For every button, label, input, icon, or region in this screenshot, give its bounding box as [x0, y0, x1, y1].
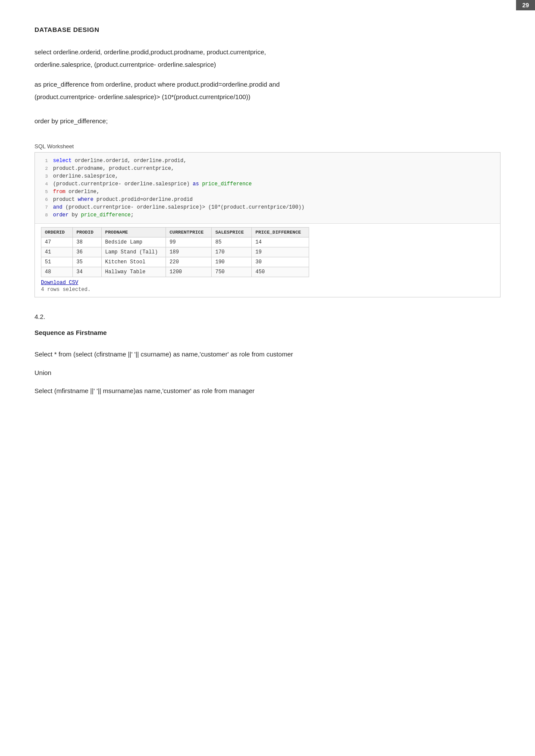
results-area: ORDERID PRODID PRODNAME CURRENTPRICE SAL…	[35, 224, 500, 297]
select-manager-text: Select (mfirstname ||' '|| msurname)as n…	[34, 385, 501, 397]
cell-salesprice: 85	[212, 237, 252, 247]
col-orderid: ORDERID	[41, 227, 73, 237]
code-content-5: from orderline,	[53, 188, 100, 196]
col-price-diff: PRICE_DIFFERENCE	[252, 227, 309, 237]
sql-line-2: orderline.salesprice, (product.currentpr…	[34, 59, 501, 71]
code-content-1: select orderline.orderid, orderline.prod…	[53, 157, 187, 165]
cell-prodid: 34	[73, 267, 102, 277]
code-content-3: orderline.salesprice,	[53, 172, 118, 180]
cell-salesprice: 170	[212, 247, 252, 257]
code-line-4: 4 (product.currentprice- orderline.sales…	[38, 180, 494, 188]
line-number-4: 4	[38, 181, 48, 188]
col-salesprice: SALESPRICE	[212, 227, 252, 237]
section-title: DATABASE DESIGN	[34, 26, 501, 33]
subsection-heading: Sequence as Firstname	[34, 329, 501, 336]
table-row: 41 36 Lamp Stand (Tall) 189 170 19	[41, 247, 309, 257]
line-number-5: 5	[38, 188, 48, 196]
cell-pricediff: 14	[252, 237, 309, 247]
cell-prodid: 35	[73, 257, 102, 267]
download-csv-link[interactable]: Download CSV	[41, 280, 500, 286]
cell-prodname: Bedside Lamp	[101, 237, 166, 247]
sql-line-4: (product.currentprice- orderline.salespr…	[34, 91, 501, 103]
cell-orderid: 48	[41, 267, 73, 277]
cell-prodname: Lamp Stand (Tall)	[101, 247, 166, 257]
cell-pricediff: 30	[252, 257, 309, 267]
sql-code-area[interactable]: 1 select orderline.orderid, orderline.pr…	[35, 153, 500, 224]
code-content-7: and (product.currentprice- orderline.sal…	[53, 203, 304, 211]
rows-selected-count: 4 rows selected.	[41, 287, 500, 293]
page-number: 29	[516, 0, 535, 10]
cell-orderid: 41	[41, 247, 73, 257]
union-keyword: Union	[34, 369, 501, 376]
sql-query-text-2: as price_difference from orderline, prod…	[34, 78, 501, 103]
subsection-number: 4.2.	[34, 313, 501, 320]
cell-pricediff: 450	[252, 267, 309, 277]
sql-worksheet-box[interactable]: 1 select orderline.orderid, orderline.pr…	[34, 152, 501, 297]
line-number-8: 8	[38, 212, 48, 219]
code-content-4: (product.currentprice- orderline.salespr…	[53, 180, 252, 188]
cell-currentprice: 1200	[166, 267, 212, 277]
table-header-row: ORDERID PRODID PRODNAME CURRENTPRICE SAL…	[41, 227, 309, 237]
code-line-2: 2 product.prodname, product.currentprice…	[38, 165, 494, 172]
code-content-8: order by price_difference;	[53, 211, 134, 219]
cell-prodid: 38	[73, 237, 102, 247]
table-row: 51 35 Kitchen Stool 220 190 30	[41, 257, 309, 267]
cell-currentprice: 220	[166, 257, 212, 267]
line-number-7: 7	[38, 204, 48, 211]
cell-prodname: Kitchen Stool	[101, 257, 166, 267]
cell-salesprice: 190	[212, 257, 252, 267]
cell-pricediff: 19	[252, 247, 309, 257]
code-content-2: product.prodname, product.currentprice,	[53, 165, 174, 172]
order-by-text: order by price_difference;	[34, 115, 501, 128]
code-line-3: 3 orderline.salesprice,	[38, 172, 494, 180]
sql-line-1: select orderline.orderid, orderline.prod…	[34, 46, 501, 59]
sql-worksheet: SQL Worksheet 1 select orderline.orderid…	[34, 143, 501, 297]
cell-prodname: Hallway Table	[101, 267, 166, 277]
code-line-8: 8 order by price_difference;	[38, 211, 494, 219]
line-number-1: 1	[38, 157, 48, 165]
cell-prodid: 36	[73, 247, 102, 257]
table-row: 48 34 Hallway Table 1200 750 450	[41, 267, 309, 277]
code-line-6: 6 product where product.prodid=orderline…	[38, 196, 494, 203]
cell-orderid: 51	[41, 257, 73, 267]
code-line-1: 1 select orderline.orderid, orderline.pr…	[38, 157, 494, 165]
table-row: 47 38 Bedside Lamp 99 85 14	[41, 237, 309, 247]
code-line-5: 5 from orderline,	[38, 188, 494, 196]
col-currentprice: CURRENTPRICE	[166, 227, 212, 237]
cell-salesprice: 750	[212, 267, 252, 277]
sql-worksheet-label: SQL Worksheet	[34, 143, 501, 150]
code-content-6: product where product.prodid=orderline.p…	[53, 196, 193, 203]
cell-currentprice: 189	[166, 247, 212, 257]
select-from-text: Select * from (select (cfirstname ||' '|…	[34, 348, 501, 361]
sql-line-3: as price_difference from orderline, prod…	[34, 78, 501, 91]
col-prodid: PRODID	[73, 227, 102, 237]
code-line-7: 7 and (product.currentprice- orderline.s…	[38, 203, 494, 211]
results-table: ORDERID PRODID PRODNAME CURRENTPRICE SAL…	[41, 227, 309, 277]
line-number-6: 6	[38, 196, 48, 203]
col-prodname: PRODNAME	[101, 227, 166, 237]
cell-currentprice: 99	[166, 237, 212, 247]
sql-query-text: select orderline.orderid, orderline.prod…	[34, 46, 501, 71]
line-number-3: 3	[38, 173, 48, 180]
line-number-2: 2	[38, 165, 48, 172]
cell-orderid: 47	[41, 237, 73, 247]
